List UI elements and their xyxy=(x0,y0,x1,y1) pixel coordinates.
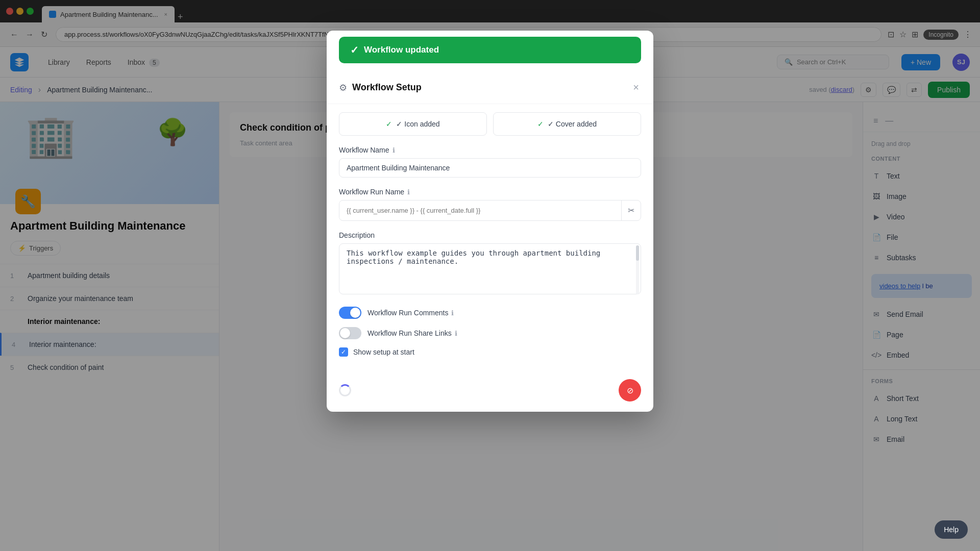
loading-spinner xyxy=(339,384,351,396)
share-links-toggle[interactable] xyxy=(339,327,361,339)
workflow-setup-modal: ✓ Workflow updated ⚙ Workflow Setup × ✓ xyxy=(327,102,653,412)
share-links-info-icon: ℹ xyxy=(455,330,457,337)
comments-label: Workflow Run Comments ℹ xyxy=(368,309,454,317)
share-links-label: Workflow Run Share Links ℹ xyxy=(368,329,457,337)
main-content: 🏢 🌳 🔧 Apartment Building Maintenance ⚡ T… xyxy=(0,102,980,551)
description-textarea-wrap xyxy=(339,243,641,296)
icon-check: ✓ xyxy=(386,120,392,128)
run-name-input-wrapper: ✂ xyxy=(339,200,641,221)
run-name-group: Workflow Run Name ℹ ✂ xyxy=(339,188,641,221)
modal-overlay[interactable]: ✓ Workflow updated ⚙ Workflow Setup × ✓ xyxy=(0,102,980,551)
workflow-name-info-icon: ℹ xyxy=(393,146,395,154)
share-links-toggle-knob xyxy=(340,328,350,338)
show-setup-row: ✓ Show setup at start xyxy=(339,347,641,357)
modal-footer: ⊘ xyxy=(327,373,653,412)
textarea-scrollbar xyxy=(636,245,639,294)
comments-toggle[interactable] xyxy=(339,307,361,319)
comments-toggle-row: Workflow Run Comments ℹ xyxy=(339,307,641,319)
cover-added-button[interactable]: ✓ ✓ Cover added xyxy=(493,112,641,136)
share-links-toggle-row: Workflow Run Share Links ℹ xyxy=(339,327,641,339)
description-label: Description xyxy=(339,231,641,239)
comments-info-icon: ℹ xyxy=(451,309,454,317)
cover-check: ✓ xyxy=(537,120,544,128)
workflow-name-group: Workflow Name ℹ xyxy=(339,146,641,178)
spinner-area xyxy=(339,384,351,396)
run-name-edit-button[interactable]: ✂ xyxy=(621,201,641,220)
workflow-name-input[interactable] xyxy=(339,158,641,178)
description-textarea[interactable] xyxy=(339,243,641,294)
cover-added-label: ✓ Cover added xyxy=(548,120,597,128)
description-group: Description xyxy=(339,231,641,296)
textarea-thumb xyxy=(636,245,639,261)
show-setup-checkbox[interactable]: ✓ xyxy=(339,347,348,357)
icon-added-label: ✓ Icon added xyxy=(396,120,439,128)
cancel-button[interactable]: ⊘ xyxy=(619,379,641,402)
run-name-input[interactable] xyxy=(339,202,621,219)
icon-added-button[interactable]: ✓ ✓ Icon added xyxy=(339,112,487,136)
modal-body: ✓ ✓ Icon added ✓ ✓ Cover added Workflow … xyxy=(327,104,653,373)
run-name-label: Workflow Run Name ℹ xyxy=(339,188,641,196)
help-button[interactable]: Help xyxy=(935,520,968,539)
cancel-icon: ⊘ xyxy=(627,386,633,395)
icon-cover-row: ✓ ✓ Icon added ✓ ✓ Cover added xyxy=(339,112,641,136)
app: Library Reports Inbox 5 🔍 Search or Ctrl… xyxy=(0,47,980,551)
comments-toggle-knob xyxy=(350,308,360,318)
run-name-info-icon: ℹ xyxy=(407,188,410,196)
workflow-name-label: Workflow Name ℹ xyxy=(339,146,641,154)
show-setup-label: Show setup at start xyxy=(353,348,414,356)
